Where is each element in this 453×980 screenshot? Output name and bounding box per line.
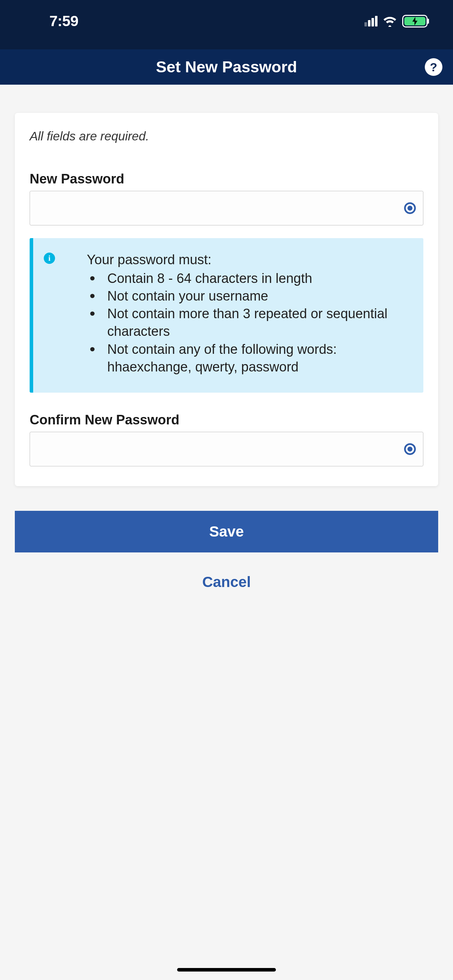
password-rules-title: Your password must: [61,252,413,267]
status-icons [364,15,436,27]
cancel-button[interactable]: Cancel [15,566,438,598]
home-indicator[interactable] [177,968,276,972]
form-card: All fields are required. New Password i … [15,113,438,486]
confirm-password-label: Confirm New Password [30,412,423,428]
show-password-button[interactable] [402,200,418,216]
svg-point-3 [408,447,412,451]
wifi-icon [382,16,397,27]
main-content: All fields are required. New Password i … [0,85,453,598]
password-rules-list: Contain 8 - 64 characters in length Not … [61,269,413,376]
show-confirm-password-button[interactable] [402,441,418,457]
battery-charging-icon [402,15,428,27]
help-button[interactable]: ? [425,58,442,76]
password-rule-item: Contain 8 - 64 characters in length [87,269,413,287]
button-section: Save Cancel [15,486,438,598]
required-fields-notice: All fields are required. [30,129,423,143]
password-rule-item: Not contain more than 3 repeated or sequ… [87,305,413,340]
navigation-header: Set New Password ? [0,49,453,85]
help-icon: ? [430,60,437,74]
password-rule-item: Not contain any of the following words: … [87,340,413,376]
save-button[interactable]: Save [15,511,438,552]
confirm-password-wrapper [30,432,423,466]
svg-point-1 [408,206,412,210]
info-icon: i [44,253,55,264]
eye-icon [403,201,416,215]
new-password-wrapper [30,191,423,226]
confirm-password-input[interactable] [30,432,423,466]
password-rules-box: i Your password must: Contain 8 - 64 cha… [30,238,423,393]
new-password-input[interactable] [30,191,423,226]
cellular-signal-icon [364,16,377,27]
status-time: 7:59 [49,13,78,30]
page-title: Set New Password [156,58,297,76]
new-password-label: New Password [30,172,423,187]
eye-icon [403,442,416,456]
status-bar: 7:59 [0,0,453,49]
password-rule-item: Not contain your username [87,287,413,305]
